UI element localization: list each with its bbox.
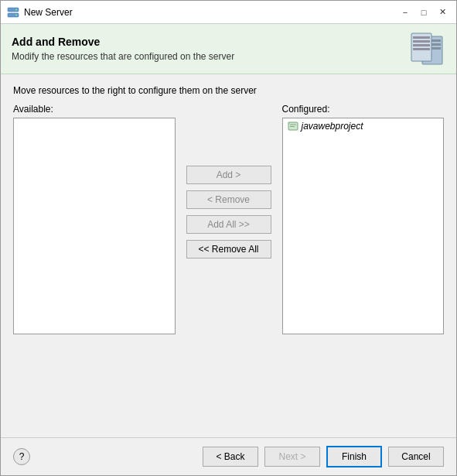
footer: ? < Back Next > Finish Cancel	[1, 437, 456, 475]
panels-row: Available: Add > < Remove Add All >> << …	[13, 104, 444, 426]
help-button[interactable]: ?	[13, 448, 30, 465]
header-subtitle: Modify the resources that are configured…	[12, 51, 408, 62]
title-bar-icon	[7, 6, 19, 19]
svg-point-2	[15, 9, 17, 10]
svg-point-3	[15, 14, 17, 15]
instruction-text: Move resources to the right to configure…	[13, 85, 444, 96]
configured-panel: Configured: javawebproject	[282, 104, 445, 334]
next-button[interactable]: Next >	[264, 447, 320, 467]
main-content: Move resources to the right to configure…	[1, 74, 456, 437]
remove-button[interactable]: < Remove	[186, 190, 271, 209]
header-title: Add and Remove	[12, 36, 408, 48]
finish-button[interactable]: Finish	[326, 446, 382, 467]
back-button[interactable]: < Back	[203, 447, 258, 467]
remove-all-button[interactable]: << Remove All	[186, 240, 271, 259]
close-button[interactable]: ✕	[435, 5, 450, 20]
title-bar: New Server − □ ✕	[1, 1, 456, 24]
list-item[interactable]: javawebproject	[283, 118, 444, 134]
configured-label: Configured:	[282, 104, 445, 115]
header-icon	[408, 32, 445, 66]
svg-point-16	[288, 122, 289, 124]
svg-rect-12	[413, 48, 430, 50]
cancel-button[interactable]: Cancel	[388, 447, 444, 467]
middle-buttons: Add > < Remove Add All >> << Remove All	[176, 104, 282, 320]
svg-rect-13	[288, 122, 298, 130]
project-icon	[288, 121, 298, 132]
project-name: javawebproject	[302, 121, 363, 132]
add-button[interactable]: Add >	[186, 166, 271, 184]
add-all-button[interactable]: Add All >>	[186, 215, 271, 234]
available-label: Available:	[13, 104, 176, 115]
svg-rect-9	[413, 36, 430, 39]
svg-rect-10	[413, 40, 430, 43]
title-bar-controls: − □ ✕	[397, 5, 450, 20]
minimize-button[interactable]: −	[397, 5, 413, 20]
header-text: Add and Remove Modify the resources that…	[12, 36, 408, 62]
maximize-button[interactable]: □	[416, 5, 431, 20]
svg-rect-11	[413, 44, 430, 46]
header-section: Add and Remove Modify the resources that…	[1, 24, 456, 74]
configured-list[interactable]: javawebproject	[282, 118, 445, 334]
available-panel: Available:	[13, 104, 176, 334]
available-list[interactable]	[13, 118, 176, 334]
title-bar-title: New Server	[24, 7, 397, 18]
